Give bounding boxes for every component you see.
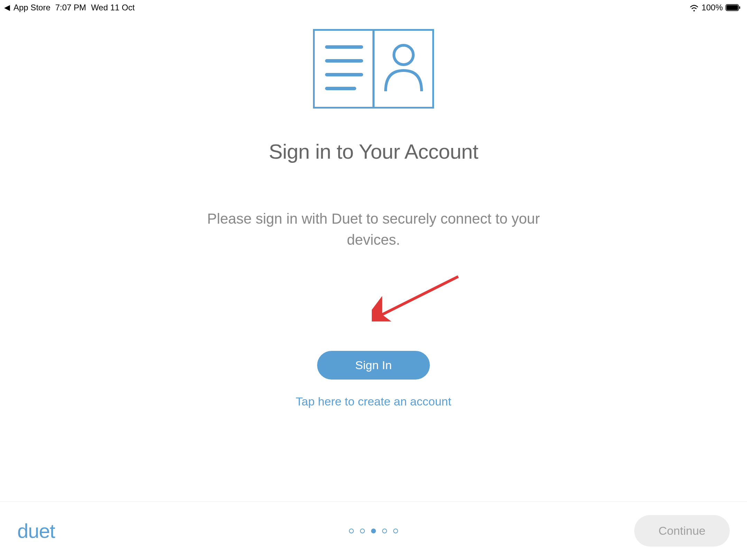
status-date: Wed 11 Oct [91, 3, 135, 12]
onboarding-footer: duet Continue [0, 501, 747, 560]
battery-percent: 100% [702, 3, 723, 12]
account-book-icon [313, 29, 434, 109]
status-bar-left: ◀ App Store 7:07 PM Wed 11 Oct [4, 3, 135, 12]
page-dot-4[interactable] [382, 529, 387, 533]
status-bar-right: 100% [689, 3, 741, 12]
page-dot-5[interactable] [393, 529, 398, 533]
svg-point-9 [394, 45, 413, 65]
status-time: 7:07 PM [55, 3, 86, 12]
page-dot-1[interactable] [349, 529, 354, 533]
onboarding-content: Sign in to Your Account Please sign in w… [0, 15, 747, 408]
wifi-icon [689, 4, 699, 11]
back-arrow-icon[interactable]: ◀ [4, 3, 10, 12]
status-bar: ◀ App Store 7:07 PM Wed 11 Oct 100% [0, 0, 747, 15]
page-subtitle: Please sign in with Duet to securely con… [201, 208, 546, 251]
continue-button[interactable]: Continue [634, 515, 730, 547]
back-app-label[interactable]: App Store [13, 3, 50, 12]
app-logo: duet [17, 519, 55, 542]
sign-in-button[interactable]: Sign In [317, 351, 430, 380]
page-dot-2[interactable] [360, 529, 365, 533]
page-dot-3[interactable] [371, 529, 376, 533]
battery-icon [726, 4, 741, 11]
page-indicator [349, 529, 398, 533]
svg-rect-2 [739, 6, 740, 9]
page-title: Sign in to Your Account [269, 140, 478, 164]
svg-rect-1 [727, 5, 738, 10]
create-account-link[interactable]: Tap here to create an account [296, 395, 451, 408]
